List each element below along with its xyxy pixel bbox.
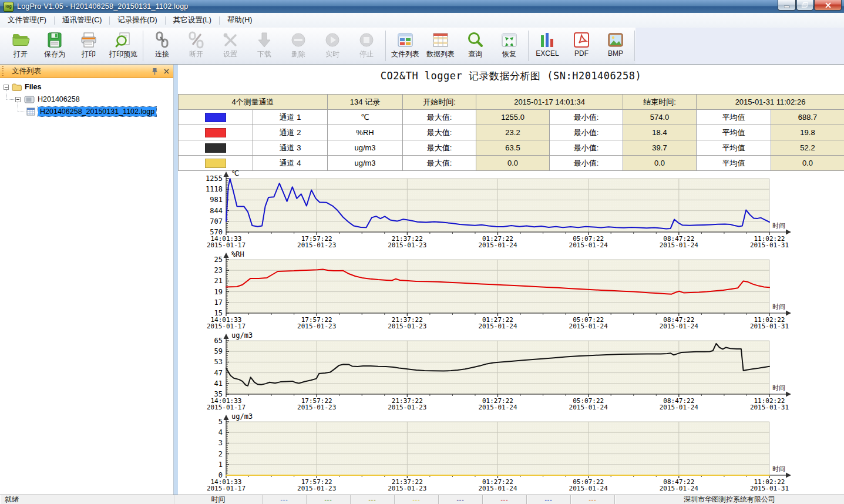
about-icon xyxy=(644,31,663,49)
menu-help[interactable]: 帮助(H) xyxy=(220,13,260,28)
status-channel-indicator-7: --- xyxy=(527,495,571,504)
tree-item-files[interactable]: Files xyxy=(4,82,42,92)
svg-text:4: 4 xyxy=(218,428,223,436)
summary-cell xyxy=(179,156,253,171)
summary-cell: ug/m3 xyxy=(328,140,403,156)
tree-file-label-selected[interactable]: H201406258_20150131_1102.logp xyxy=(38,107,156,116)
menu-comm[interactable]: 通讯管理(C) xyxy=(55,13,109,28)
svg-text:59: 59 xyxy=(214,347,223,355)
summary-cell: 最大值: xyxy=(403,110,476,125)
download-icon xyxy=(255,31,274,49)
connect-button[interactable]: 连接 xyxy=(145,28,179,61)
summary-cell: 最大值: xyxy=(403,125,476,140)
svg-text:2015-01-24: 2015-01-24 xyxy=(478,485,517,492)
svg-text:2015-01-24: 2015-01-24 xyxy=(569,404,608,411)
print-preview-icon xyxy=(114,31,133,49)
svg-text:3: 3 xyxy=(218,439,223,447)
svg-text:时间: 时间 xyxy=(772,303,785,310)
file-tree: Files H201406258 H201406258_20150131_110… xyxy=(0,78,173,495)
channel-2-chart: 25232119171514:01:332015-01-1717:57:2220… xyxy=(178,251,844,332)
summary-cell: ℃ xyxy=(328,110,403,125)
summary-cell xyxy=(179,140,253,156)
tree-guide xyxy=(6,99,15,100)
data-list-button[interactable]: 数据列表 xyxy=(423,28,458,61)
pin-icon[interactable] xyxy=(150,66,159,76)
print-button[interactable]: 打印 xyxy=(72,28,106,61)
app-window: log LogPro V1.05 - H201406258_20150131_1… xyxy=(0,0,844,504)
channel-1-color-swatch xyxy=(205,113,226,122)
svg-text:2015-01-24: 2015-01-24 xyxy=(660,322,699,330)
disconnect-button: 断开 xyxy=(179,28,213,61)
toolbar-button-label: 连接 xyxy=(155,49,169,59)
data-list-icon xyxy=(431,31,450,49)
summary-cell: 574.0 xyxy=(623,110,697,125)
menu-settings[interactable]: 其它设置(L) xyxy=(166,13,219,28)
excel-icon xyxy=(538,31,557,49)
file-list-button[interactable]: 文件列表 xyxy=(388,28,423,61)
svg-text:2015-01-17: 2015-01-17 xyxy=(207,485,246,492)
toolbar-button-label: PDF xyxy=(574,49,589,58)
panel-title: 文件列表 xyxy=(12,66,41,76)
pdf-button[interactable]: PDF xyxy=(564,28,598,59)
summary-cell: 通道 4 xyxy=(253,156,328,171)
svg-text:1255: 1255 xyxy=(206,174,223,183)
panel-grip[interactable] xyxy=(2,66,4,76)
status-dash: --- xyxy=(369,496,376,503)
svg-text:2015-01-24: 2015-01-24 xyxy=(660,485,699,492)
excel-button[interactable]: EXCEL xyxy=(530,28,564,59)
status-channel-indicator-5: --- xyxy=(439,495,483,504)
delete-icon xyxy=(289,31,308,49)
collapse-icon[interactable] xyxy=(4,85,9,90)
summary-cell: 最大值: xyxy=(403,156,476,171)
restore-button[interactable] xyxy=(796,0,813,11)
minimize-button[interactable] xyxy=(778,0,796,11)
svg-text:23: 23 xyxy=(214,266,223,274)
tree-item-logfile[interactable]: H201406258_20150131_1102.logp xyxy=(26,106,156,117)
svg-text:2015-01-31: 2015-01-31 xyxy=(750,241,789,249)
status-channel-indicator-4: --- xyxy=(395,495,439,504)
print-preview-button[interactable]: 打印预览 xyxy=(106,28,141,61)
tree-guide xyxy=(18,112,26,112)
toolbar-button-label: 保存为 xyxy=(44,49,65,59)
menu-file[interactable]: 文件管理(F) xyxy=(0,13,54,28)
about-button[interactable]: 关于 xyxy=(637,28,671,61)
report-title: CO2&TH logger 记录数据分析图 (SN:H201406258) xyxy=(178,69,844,83)
svg-text:%RH: %RH xyxy=(231,251,244,258)
summary-cell: 1255.0 xyxy=(476,110,550,125)
connect-icon xyxy=(153,31,172,49)
stop-icon xyxy=(357,31,376,49)
close-icon[interactable] xyxy=(162,66,171,76)
open-folder-button[interactable]: 打开 xyxy=(4,28,38,61)
summary-cell: ug/m3 xyxy=(328,156,403,171)
summary-cell: 最小值: xyxy=(550,156,623,171)
svg-text:19: 19 xyxy=(214,288,223,296)
delete-button: 删除 xyxy=(281,28,315,61)
close-button[interactable] xyxy=(814,0,842,11)
save-button[interactable]: 保存为 xyxy=(38,28,72,61)
summary-cell: %RH xyxy=(328,125,403,140)
tree-device-label[interactable]: H201406258 xyxy=(38,95,80,103)
svg-text:65: 65 xyxy=(214,337,223,345)
channel-row-1: 通道 1℃最大值:1255.0最小值:574.0平均值688.7 xyxy=(179,110,844,125)
query-button[interactable]: 查询 xyxy=(458,28,492,61)
restore-button[interactable]: 恢复 xyxy=(492,28,526,61)
toolbar-button-label: 下载 xyxy=(257,49,271,59)
panel-splitter[interactable] xyxy=(174,65,178,495)
summary-cell: 0.0 xyxy=(771,156,844,171)
svg-text:ug/m3: ug/m3 xyxy=(231,414,253,421)
summary-cell: 平均值 xyxy=(697,110,771,125)
toolbar-button-label: 文件列表 xyxy=(391,49,419,59)
stop-button: 停止 xyxy=(349,28,384,61)
restore-icon xyxy=(500,31,519,49)
channel-3-chart: 65595347413514:01:332015-01-1717:57:2220… xyxy=(178,332,844,414)
summary-cell: 18.4 xyxy=(623,125,697,140)
channel-row-3: 通道 3ug/m3最大值:63.5最小值:39.7平均值52.2 xyxy=(179,140,844,156)
collapse-icon[interactable] xyxy=(15,97,21,102)
svg-text:时间: 时间 xyxy=(772,222,785,229)
bmp-button[interactable]: BMP xyxy=(598,28,633,59)
svg-text:2015-01-24: 2015-01-24 xyxy=(660,404,699,411)
tree-root-label[interactable]: Files xyxy=(25,83,42,91)
summary-cell: 平均值 xyxy=(697,125,771,140)
tree-item-device[interactable]: H201406258 xyxy=(15,94,80,105)
menu-record[interactable]: 记录操作(D) xyxy=(110,13,164,28)
